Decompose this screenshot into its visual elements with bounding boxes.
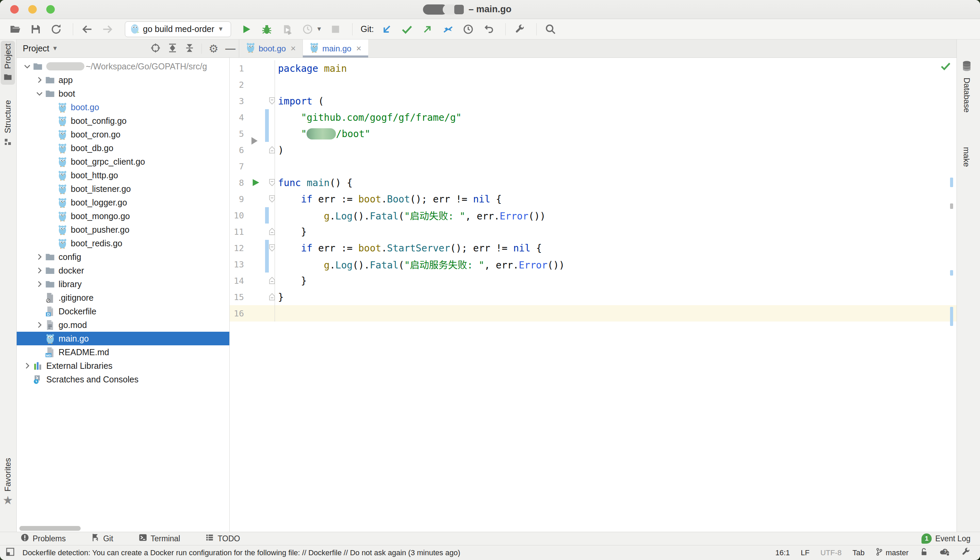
chevron-down-icon[interactable] [22, 61, 32, 72]
gutter[interactable] [244, 273, 275, 289]
history-clock-icon[interactable] [462, 23, 475, 36]
stop-button[interactable] [329, 23, 342, 36]
close-button[interactable] [10, 5, 19, 13]
fold-close-icon[interactable] [268, 146, 276, 155]
ide-cloud-settings-icon[interactable]: ? [939, 547, 950, 558]
tool-button-git[interactable]: Git [91, 533, 113, 544]
tree-item-boot_http.go[interactable]: boot_http.go [17, 168, 229, 182]
editor-tab-main.go[interactable]: main.go× [303, 40, 368, 57]
gutter[interactable] [244, 256, 275, 273]
git-push-icon[interactable] [421, 23, 434, 36]
tree-item-boot.go[interactable]: boot.go [17, 100, 229, 114]
tree-item-boot_redis.go[interactable]: boot_redis.go [17, 237, 229, 250]
tool-button-make[interactable]: make [962, 147, 971, 168]
git-commit-icon[interactable] [400, 23, 413, 36]
tree-item-boot_listener.go[interactable]: boot_listener.go [17, 182, 229, 196]
unlock-icon[interactable] [920, 547, 928, 558]
chevron-right-icon[interactable] [34, 265, 45, 276]
chevron-right-icon[interactable] [22, 361, 32, 371]
gutter[interactable] [244, 175, 275, 191]
run-configuration-select[interactable]: go build med-order ▼ [125, 22, 231, 37]
open-folder-icon[interactable] [9, 23, 22, 36]
settings-gear-icon[interactable]: ⚙ [208, 43, 218, 54]
wrench-icon[interactable] [513, 23, 526, 36]
gutter[interactable] [244, 109, 275, 125]
horizontal-scrollbar-thumb[interactable] [19, 526, 81, 531]
profiler-chevron-icon[interactable]: ▼ [316, 25, 322, 33]
encoding-widget[interactable]: UTF-8 [820, 548, 842, 557]
chevron-right-icon[interactable] [34, 320, 45, 330]
inspection-ok-check-icon[interactable] [940, 60, 951, 73]
line-separator-widget[interactable]: LF [801, 548, 810, 557]
gutter[interactable] [244, 305, 275, 322]
tool-button-favorites[interactable]: Favorites ★ [1, 458, 15, 505]
git-update-icon[interactable] [380, 23, 393, 36]
tree-item-External Libraries[interactable]: External Libraries [17, 359, 229, 373]
tree-item-.gitignore[interactable]: .gitignore [17, 291, 229, 305]
chevron-right-icon[interactable] [34, 75, 45, 85]
tree-item-docker[interactable]: docker [17, 264, 229, 277]
caret-position-widget[interactable]: 16:1 [775, 548, 790, 557]
select-opened-file-icon[interactable] [150, 43, 161, 55]
gutter[interactable] [244, 77, 275, 93]
fold-open-icon[interactable] [268, 178, 276, 188]
tool-button-database[interactable]: Database [962, 60, 972, 113]
forward-icon[interactable] [101, 23, 114, 36]
chevron-down-icon[interactable]: ▼ [52, 45, 58, 52]
chevron-right-icon[interactable] [34, 279, 45, 289]
fold-open-icon[interactable] [268, 97, 276, 106]
event-log-button[interactable]: 1 Event Log [922, 533, 970, 544]
rollback-icon[interactable] [482, 23, 495, 36]
git-branch-widget[interactable]: master [875, 547, 908, 558]
tree-item-boot_config.go[interactable]: boot_config.go [17, 114, 229, 128]
scrollbar-change-mark[interactable] [950, 178, 953, 187]
back-icon[interactable] [81, 23, 93, 36]
minimize-button[interactable] [28, 5, 37, 13]
run-main-gutter-icon[interactable] [251, 178, 260, 188]
expand-all-icon[interactable] [167, 43, 178, 55]
collapse-all-icon[interactable] [185, 43, 195, 55]
fold-open-icon[interactable] [268, 244, 276, 253]
gutter[interactable] [244, 125, 275, 142]
search-icon[interactable] [544, 23, 557, 36]
close-icon[interactable]: × [291, 43, 296, 54]
profiler-icon[interactable] [301, 23, 314, 36]
gutter[interactable] [244, 289, 275, 305]
toggle-tool-windows-icon[interactable] [5, 547, 15, 558]
tree-item-boot_mongo.go[interactable]: boot_mongo.go [17, 209, 229, 223]
tool-button-project[interactable]: Project [1, 41, 15, 85]
close-icon[interactable]: × [356, 43, 362, 54]
gutter[interactable] [244, 191, 275, 207]
indent-widget[interactable]: Tab [852, 548, 864, 557]
gutter[interactable] [244, 223, 275, 240]
gutter[interactable] [244, 240, 275, 256]
hide-panel-icon[interactable]: — [225, 43, 235, 55]
gutter[interactable] [244, 207, 275, 223]
tree-item-README.md[interactable]: MDREADME.md [17, 345, 229, 359]
tool-button-terminal[interactable]: Terminal [138, 533, 180, 544]
sync-icon[interactable] [50, 23, 63, 36]
tree-item-main.go[interactable]: main.go [17, 332, 229, 345]
tree-item-boot_grpc_client.go[interactable]: boot_grpc_client.go [17, 155, 229, 168]
fold-close-icon[interactable] [268, 277, 276, 286]
tool-button-problems[interactable]: Problems [20, 533, 66, 544]
tool-button-structure[interactable]: Structure [1, 100, 15, 147]
editor-tab-boot.go[interactable]: boot.go× [239, 40, 303, 57]
scrollbar-change-mark[interactable] [950, 270, 953, 276]
gutter[interactable] [244, 158, 275, 175]
tree-item-Dockerfile[interactable]: DDockerfile [17, 305, 229, 318]
tree-item-boot_db.go[interactable]: boot_db.go [17, 141, 229, 155]
tree-item-app[interactable]: app [17, 73, 229, 87]
tree-item-library[interactable]: library [17, 277, 229, 291]
tree-item-Scratches and Consoles[interactable]: Scratches and Consoles [17, 373, 229, 386]
run-with-coverage-icon[interactable] [281, 23, 294, 36]
gutter[interactable] [244, 93, 275, 109]
wrench-small-icon[interactable] [961, 547, 970, 558]
tree-item-boot[interactable]: boot [17, 87, 229, 100]
fold-open-icon[interactable] [268, 195, 276, 204]
scrollbar-change-mark[interactable] [950, 307, 953, 326]
tree-item-go.mod[interactable]: go.mod [17, 318, 229, 332]
fold-close-icon[interactable] [268, 293, 276, 302]
tree-item-boot_pusher.go[interactable]: boot_pusher.go [17, 223, 229, 237]
git-merge-icon[interactable] [441, 23, 454, 36]
